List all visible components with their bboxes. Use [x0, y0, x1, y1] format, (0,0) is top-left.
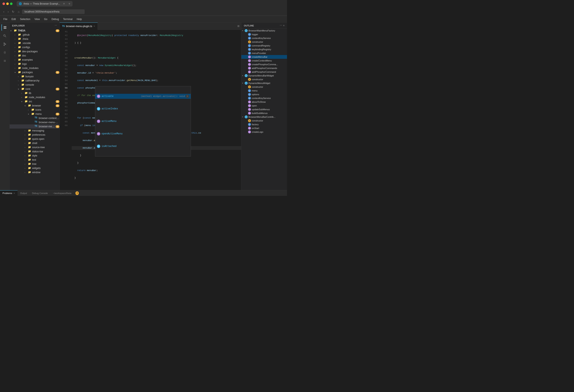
tree-item-menu-plugin[interactable]: TS browser-menu-plugin.ts M	[10, 124, 60, 129]
tree-item-status-bar[interactable]: › 📁 status-bar	[10, 149, 60, 154]
tree-item-vscode[interactable]: › 📁 .vscode	[10, 41, 60, 45]
tree-item-callhierarchy[interactable]: › 📁 callhierarchy	[10, 79, 60, 83]
refresh-button[interactable]: ↻	[11, 9, 15, 14]
tree-item-menu[interactable]: ▾ 📁 menu M	[10, 112, 60, 116]
editor-tab-active[interactable]: TS browser-menu-plugin.ts ✕	[60, 22, 98, 30]
tree-item-node-modules[interactable]: › 📁 node_modules	[10, 66, 60, 70]
outline-item-contextkey[interactable]: p contextKeyService	[241, 36, 287, 40]
menu-edit[interactable]: Edit	[10, 17, 18, 21]
autocomplete-dropdown[interactable]: m activate (method) Widget.activate(): v…	[95, 86, 191, 157]
outline-item-constructor3[interactable]: C constructor	[241, 85, 287, 89]
tab-problems[interactable]: Problems ✕	[0, 190, 18, 196]
outline-item-open[interactable]: m open	[241, 104, 287, 107]
menu-file[interactable]: File	[2, 17, 9, 21]
tree-item-theia[interactable]: › 📁 .theia	[10, 37, 60, 41]
explorer-actions[interactable]: ⋯	[55, 24, 57, 27]
ac-item-activate[interactable]: m activate (method) Widget.activate(): v…	[95, 94, 191, 99]
outline-item-updatesubmenus[interactable]: m updateSubMenus	[241, 107, 287, 111]
outline-item-factory[interactable]: p factory	[241, 123, 287, 126]
tree-item-bunyan[interactable]: › 📁 bunyan	[10, 74, 60, 79]
tree-item-configs[interactable]: › 📁 configs	[10, 45, 60, 49]
tree-item-doc[interactable]: › 📁 doc	[10, 54, 60, 58]
tab-debug-console[interactable]: Debug Console	[30, 190, 50, 196]
address-input[interactable]	[22, 9, 85, 14]
outline-item-options[interactable]: p options	[241, 93, 287, 96]
outline-item-abouttoshow[interactable]: m aboutToShow	[241, 100, 287, 104]
tree-item-widgets[interactable]: › 📁 widgets	[10, 166, 60, 170]
tree-item-preferences[interactable]: › 📁 preferences	[10, 133, 60, 137]
tree-item-lib[interactable]: › 📁 lib	[10, 91, 60, 95]
outline-item-dynamicmenubar[interactable]: ▾ C DynamicMenuBarWidget	[241, 74, 287, 78]
menu-selection[interactable]: Selection	[18, 17, 32, 21]
outline-item-menuprovider[interactable]: p menuProvider	[241, 51, 287, 55]
activity-debug[interactable]	[1, 49, 8, 56]
tab-output[interactable]: Output	[18, 190, 29, 196]
tree-item-packages[interactable]: ▾ 📁 packages M	[10, 70, 60, 74]
close-button[interactable]	[2, 2, 5, 5]
tree-item-context-menu[interactable]: TS browser-context-menu-r...	[10, 116, 60, 120]
outline-item-commandreg[interactable]: p commandRegistry	[241, 44, 287, 47]
problems-close-icon[interactable]: ✕	[13, 192, 15, 194]
maximize-button[interactable]	[10, 2, 13, 5]
tree-item-core[interactable]: ▾ 📁 core M	[10, 87, 60, 91]
outline-item-keybinding[interactable]: p keybindingRegistry	[241, 47, 287, 51]
tree-item-console[interactable]: › 📁 console	[10, 83, 60, 87]
new-tab-icon[interactable]: +	[68, 2, 70, 6]
home-button[interactable]: ⌂	[17, 9, 20, 14]
tree-item-shell[interactable]: › 📁 shell	[10, 141, 60, 145]
tree-item-quick-open[interactable]: › 📁 quick-open	[10, 137, 60, 141]
activity-explorer[interactable]	[1, 24, 8, 31]
tree-item-window[interactable]: › 📁 window	[10, 170, 60, 174]
activity-extensions[interactable]	[1, 58, 8, 64]
outline-action-icon[interactable]: ⋯	[280, 24, 282, 27]
tab-close-icon[interactable]: ✕	[93, 25, 95, 27]
minimize-button[interactable]	[6, 2, 9, 5]
outline-item-createlogo[interactable]: m createLogo	[241, 130, 287, 134]
tree-root-theia[interactable]: ▾ 📁 THEIA M	[10, 29, 60, 33]
tree-item-style[interactable]: › 📁 style	[10, 154, 60, 158]
outline-item-onstart[interactable]: m onStart	[241, 126, 287, 130]
menu-debug[interactable]: Debug	[50, 17, 61, 21]
tree-item-examples[interactable]: › 📁 examples	[10, 58, 60, 62]
tab-terminal[interactable]: ~/workspace/theia	[50, 190, 74, 196]
outline-item-constructor4[interactable]: C constructor	[241, 119, 287, 123]
browser-tab[interactable]: 🌐 theia — Theia Browser Exampl... ✕ +	[17, 1, 73, 6]
outline-item-createphosphor[interactable]: m createPhosphorComma...	[241, 62, 287, 66]
ac-item-isattached[interactable]: p isAttached	[95, 144, 191, 149]
tree-item-browser[interactable]: ▾ 📁 browser M	[10, 103, 60, 108]
tree-item-source-tree[interactable]: › 📁 source-tree	[10, 145, 60, 149]
outline-item-createmenubar[interactable]: m createMenuBar	[241, 55, 287, 59]
activity-search[interactable]	[1, 33, 8, 39]
tree-item-menu-module[interactable]: TS browser-menu-module.ts	[10, 120, 60, 124]
outline-item-contextkey2[interactable]: p contextKeyService	[241, 96, 287, 100]
outline-item-addphosphor[interactable]: m addPhosphorCommands	[241, 66, 287, 70]
tree-item-tree[interactable]: › 📁 tree	[10, 162, 60, 166]
tree-item-logo[interactable]: › 📁 logo	[10, 62, 60, 66]
activity-git[interactable]	[1, 41, 8, 47]
outline-item-menu[interactable]: p menu	[241, 89, 287, 93]
outline-item-constructor2[interactable]: C constructor	[241, 78, 287, 81]
ac-item-activeindex[interactable]: p activeIndex	[95, 106, 191, 111]
menu-help[interactable]: Help	[75, 17, 83, 21]
outline-item-browsermenubarcontrib[interactable]: ▾ C BrowserMenuBarContrib...	[241, 115, 287, 119]
tree-item-messaging[interactable]: › 📁 messaging	[10, 129, 60, 133]
tree-item-dev-packages[interactable]: › 📁 dev-packages	[10, 49, 60, 54]
tree-item-src[interactable]: ▾ 📁 src M	[10, 99, 60, 103]
code-content[interactable]: @inject(MenuModelRegistry) protected rea…	[70, 30, 241, 190]
outline-item-browsermain[interactable]: ▾ C BrowserMainMenuFactory	[241, 29, 287, 33]
outline-item-buildsubmenus[interactable]: m buildSubMenus	[241, 111, 287, 115]
back-button[interactable]: ‹	[2, 9, 5, 14]
outline-item-dynamicmenu[interactable]: ▾ C DynamicMenuWidget	[241, 81, 287, 85]
outline-item-logger[interactable]: p logger	[241, 33, 287, 36]
forward-button[interactable]: ›	[7, 9, 10, 14]
menu-view[interactable]: View	[33, 17, 41, 21]
tree-item-icons[interactable]: › 📁 icons	[10, 108, 60, 112]
menu-go[interactable]: Go	[42, 17, 49, 21]
outline-item-addphosphorcmd[interactable]: m addPhosphorCommand	[241, 70, 287, 74]
outline-item-constructor1[interactable]: C constructor	[241, 40, 287, 44]
tree-item-test[interactable]: › 📁 test	[10, 158, 60, 162]
outline-item-createcontext[interactable]: m createContextMenu	[241, 59, 287, 62]
menu-terminal[interactable]: Terminal	[62, 17, 74, 21]
tab-close-icon[interactable]: ✕	[63, 2, 65, 5]
ac-item-openactivemenu[interactable]: m openActiveMenu	[95, 131, 191, 136]
